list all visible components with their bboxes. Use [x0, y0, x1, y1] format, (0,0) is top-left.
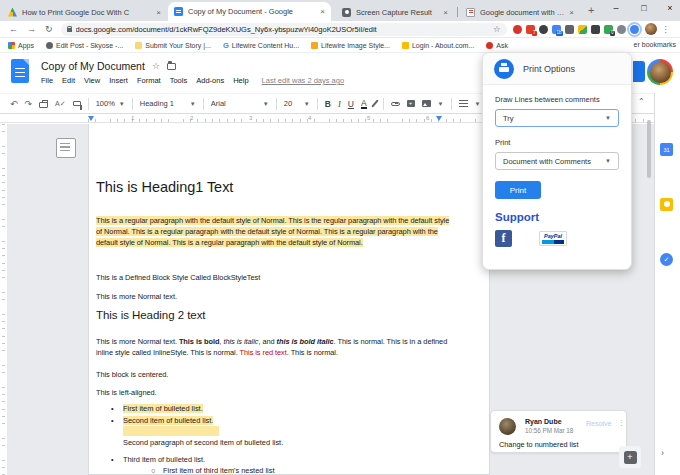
print-icon[interactable] — [39, 102, 48, 108]
collapse-side-panel-icon[interactable]: › — [661, 448, 664, 458]
align-icon[interactable] — [459, 100, 468, 107]
italic-button[interactable]: I — [338, 99, 341, 109]
resolve-button[interactable]: Resolve — [586, 420, 611, 427]
forward-icon[interactable]: → — [27, 24, 36, 34]
close-tab-icon[interactable]: × — [443, 8, 448, 17]
redo-icon[interactable]: ↷ — [25, 99, 33, 109]
right-indent-marker[interactable] — [436, 116, 442, 121]
paragraph-style-select[interactable]: Heading 1▼ — [140, 99, 196, 108]
left-indent-marker[interactable] — [88, 116, 94, 121]
url-field[interactable]: docs.google.com/document/d/1ckRwFQZ9deKX… — [61, 23, 507, 36]
print-mode-select[interactable]: Document with Comments ▼ — [495, 152, 619, 170]
minimize-button[interactable]: – — [606, 0, 626, 16]
extension-icon[interactable]: 1b — [552, 25, 561, 34]
extension-icon[interactable] — [578, 25, 587, 34]
close-tab-icon[interactable]: × — [569, 8, 574, 17]
keep-icon[interactable] — [660, 198, 673, 211]
move-to-folder-icon[interactable] — [167, 63, 176, 70]
tab-screen-capture[interactable]: Screen Capture Result × — [336, 3, 454, 21]
highlight-color-icon[interactable] — [371, 99, 378, 107]
avatar-photo — [650, 62, 671, 83]
menu-file[interactable]: File — [41, 76, 53, 85]
menu-view[interactable]: View — [84, 76, 100, 85]
extension-icon-active[interactable] — [630, 25, 639, 34]
zoom-select[interactable]: 100%▼ — [96, 99, 125, 108]
bookmark-item[interactable]: GLifewire Content Hu... — [223, 41, 299, 50]
tab-copy-of-my-document[interactable]: Copy of My Document - Google × — [168, 2, 331, 21]
hide-menus-icon[interactable]: ⌃ — [638, 97, 645, 106]
bookmark-item[interactable]: Submit Your Story |... — [135, 42, 211, 49]
menu-insert[interactable]: Insert — [109, 76, 128, 85]
insert-image-icon[interactable] — [422, 100, 431, 107]
paypal-icon[interactable]: PayPal — [539, 231, 567, 246]
bullet-text: Second item of bulleted list. — [123, 416, 213, 425]
text-color-button[interactable]: A — [361, 99, 367, 109]
chevron-down-icon[interactable]: ▼ — [438, 101, 444, 107]
tab-how-to-print[interactable]: How to Print Google Doc With C × — [2, 3, 167, 21]
extension-icon[interactable] — [617, 25, 626, 34]
spell-check-icon[interactable]: A✓ — [55, 100, 66, 108]
back-icon[interactable]: ← — [9, 24, 18, 34]
star-document-icon[interactable]: ☆ — [152, 61, 160, 71]
maximize-button[interactable]: □ — [634, 0, 654, 16]
account-avatar[interactable] — [647, 59, 673, 85]
document-page[interactable]: This is Heading1 Text This is a regular … — [88, 124, 490, 475]
draw-lines-select[interactable]: Try ▼ — [495, 109, 619, 127]
extension-icon[interactable] — [539, 25, 548, 34]
paint-format-icon[interactable] — [73, 101, 81, 106]
normal-text: This is more Normal text. — [96, 337, 179, 346]
bold-button[interactable]: B — [325, 99, 331, 109]
close-tab-icon[interactable]: × — [156, 8, 161, 17]
bookmark-item[interactable]: Edit Post - Skyose -... — [46, 42, 123, 49]
reload-icon[interactable]: ↻ — [45, 24, 53, 34]
chevron-down-icon[interactable]: ▼ — [475, 101, 481, 107]
print-button[interactable]: Print — [495, 181, 541, 199]
menu-tools[interactable]: Tools — [170, 76, 188, 85]
menu-format[interactable]: Format — [137, 76, 161, 85]
insert-comment-icon[interactable]: + — [407, 100, 415, 107]
undo-icon[interactable]: ↶ — [10, 99, 18, 109]
last-edit-link[interactable]: Last edit was 2 days ago — [262, 76, 345, 85]
document-outline-button[interactable] — [56, 138, 76, 158]
bookmark-item[interactable]: Ask — [486, 42, 508, 49]
other-bookmarks-label[interactable]: er bookmarks — [634, 41, 676, 48]
facebook-icon[interactable]: f — [495, 230, 512, 247]
close-tab-icon[interactable]: × — [320, 7, 325, 16]
tasks-icon[interactable]: ✓ — [660, 253, 673, 266]
font-size-select[interactable]: 20▼ — [284, 99, 310, 108]
new-tab-button[interactable]: + — [588, 4, 594, 16]
google-docs-logo-icon[interactable] — [11, 59, 29, 83]
share-button[interactable] — [633, 61, 645, 82]
calendar-icon[interactable]: 31 — [660, 143, 673, 156]
bookmark-star-icon[interactable]: ☆ — [493, 24, 501, 34]
support-heading: Support — [495, 211, 619, 223]
bookmark-item[interactable]: Lifewire Image Style... — [311, 42, 390, 49]
explore-button[interactable]: + — [619, 446, 641, 468]
https-lock-icon[interactable] — [67, 28, 72, 32]
extension-icon[interactable] — [565, 25, 574, 34]
extension-badge: 7 — [532, 31, 537, 36]
extension-icon[interactable]: 0 — [604, 25, 613, 34]
chrome-menu-icon[interactable]: ⋮ — [662, 25, 670, 34]
extension-icon[interactable]: 7 — [526, 25, 535, 34]
tab-google-document[interactable]: Google document with commen × — [460, 3, 580, 21]
scrollbar-thumb[interactable] — [647, 120, 651, 178]
comment-timestamp: 10:56 PM Mar 18 — [525, 427, 573, 434]
close-window-button[interactable]: × — [660, 0, 680, 16]
bookmark-item[interactable]: Login - About.com... — [402, 42, 474, 49]
font-select[interactable]: Arial▼ — [211, 99, 269, 108]
menu-edit[interactable]: Edit — [62, 76, 75, 85]
underline-button[interactable]: U — [348, 99, 354, 109]
menu-help[interactable]: Help — [233, 76, 248, 85]
insert-link-icon[interactable] — [391, 102, 400, 106]
extension-icon[interactable] — [591, 25, 600, 34]
chevron-down-icon: ▼ — [605, 158, 611, 164]
menu-addons[interactable]: Add-ons — [196, 76, 224, 85]
document-title[interactable]: Copy of My Document — [41, 60, 145, 72]
ruler-number: 5 — [367, 115, 370, 121]
comment-menu-icon[interactable]: ⋮ — [618, 419, 625, 427]
comment-card[interactable]: Ryan Dube 10:56 PM Mar 18 Resolve ⋮ Chan… — [490, 410, 627, 453]
browser-profile-avatar[interactable] — [645, 23, 657, 35]
extension-icon[interactable] — [513, 25, 522, 34]
apps-shortcut[interactable]: Apps — [8, 42, 34, 49]
